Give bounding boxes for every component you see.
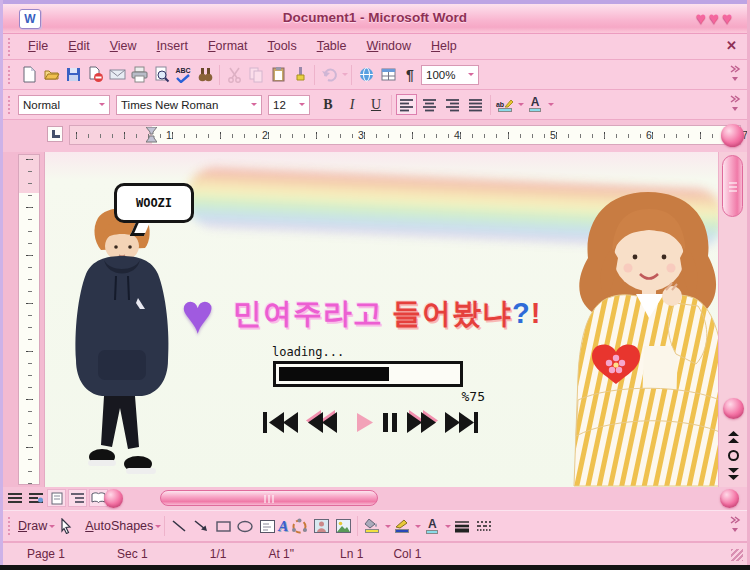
text-box-icon[interactable] <box>256 515 278 537</box>
outline-view-icon[interactable] <box>68 489 87 507</box>
web-layout-view-icon[interactable] <box>26 489 45 507</box>
vertical-scrollbar[interactable] <box>718 152 747 487</box>
undo-icon[interactable] <box>318 64 340 86</box>
print-layout-view-icon[interactable] <box>47 489 66 507</box>
font-color-dropdown-icon[interactable] <box>548 103 554 109</box>
undo-dropdown-icon[interactable] <box>342 73 348 79</box>
research-icon[interactable] <box>194 64 216 86</box>
menu-help[interactable]: Help <box>421 34 467 59</box>
select-objects-icon[interactable] <box>55 515 77 537</box>
align-right-button[interactable] <box>442 94 463 115</box>
bold-button[interactable]: B <box>316 97 340 113</box>
permission-icon[interactable] <box>84 64 106 86</box>
toolbar-grip[interactable] <box>8 517 10 535</box>
dash-style-icon[interactable] <box>473 515 495 537</box>
heading-question-mark: ? <box>512 297 531 329</box>
autoshapes-menu-button[interactable]: AutoShapes <box>85 519 153 533</box>
rectangle-icon[interactable] <box>212 515 234 537</box>
tables-and-borders-icon[interactable] <box>377 64 399 86</box>
underline-button[interactable]: U <box>364 97 388 113</box>
vertical-ruler <box>18 154 40 485</box>
menu-view[interactable]: View <box>100 34 147 59</box>
menu-bar: File Edit View Insert Format Tools Table… <box>3 34 747 60</box>
toolbar-options-chevron-icon[interactable] <box>729 64 741 86</box>
indent-marker[interactable] <box>146 127 157 148</box>
new-document-icon[interactable] <box>18 64 40 86</box>
toolbar-separator <box>357 516 358 536</box>
clip-art-icon[interactable] <box>310 515 332 537</box>
toolbar-grip[interactable] <box>8 38 10 56</box>
browse-previous-icon[interactable] <box>726 430 740 444</box>
align-left-button[interactable] <box>396 94 417 115</box>
tab-selector[interactable] <box>47 126 63 142</box>
menu-format[interactable]: Format <box>198 34 258 59</box>
wordart-icon[interactable]: A <box>278 518 288 535</box>
toolbar-options-chevron-icon[interactable] <box>729 94 741 116</box>
menu-edit[interactable]: Edit <box>58 34 100 59</box>
font-color-icon[interactable]: A <box>524 94 546 116</box>
format-painter-icon[interactable] <box>289 64 311 86</box>
window-frame-left <box>0 0 3 570</box>
font-combo[interactable]: Times New Roman <box>116 95 262 115</box>
window-controls-hearts-icon[interactable]: ♥♥♥ <box>696 9 735 29</box>
play-icon <box>357 413 373 432</box>
print-icon[interactable] <box>128 64 150 86</box>
line-style-icon[interactable] <box>451 515 473 537</box>
scroll-right-button[interactable] <box>720 489 739 508</box>
font-size-combo[interactable]: 12 <box>268 95 310 115</box>
status-page-of: 1/1 <box>210 547 227 561</box>
vertical-scrollbar-thumb[interactable] <box>722 155 743 217</box>
show-hide-formatting-icon[interactable]: ¶ <box>399 64 421 86</box>
zoom-combo[interactable]: 100% <box>421 65 479 85</box>
justify-button[interactable] <box>465 94 486 115</box>
arrow-icon[interactable] <box>190 515 212 537</box>
toolbar-separator <box>391 95 392 115</box>
resize-grip-icon[interactable] <box>731 549 743 561</box>
menu-table[interactable]: Table <box>307 34 357 59</box>
open-icon[interactable] <box>40 64 62 86</box>
menu-tools[interactable]: Tools <box>257 34 306 59</box>
menu-file[interactable]: File <box>18 34 58 59</box>
font-color-icon[interactable]: A <box>421 515 443 537</box>
browse-next-icon[interactable] <box>726 467 740 481</box>
normal-view-icon[interactable] <box>5 489 24 507</box>
toolbar-options-chevron-icon[interactable] <box>729 515 741 537</box>
paste-icon[interactable] <box>267 64 289 86</box>
italic-button[interactable]: I <box>340 97 364 113</box>
park-bo-young-photo <box>548 186 721 487</box>
save-icon[interactable] <box>62 64 84 86</box>
insert-hyperlink-icon[interactable] <box>355 64 377 86</box>
toolbar-separator <box>490 95 491 115</box>
document-page[interactable]: WOOZI ♥ 민여주라고 들어봤냐?! loading... %75 <box>44 152 721 487</box>
copy-icon[interactable] <box>245 64 267 86</box>
picture-icon[interactable] <box>332 515 354 537</box>
select-browse-object-icon[interactable] <box>726 449 740 462</box>
oval-icon[interactable] <box>234 515 256 537</box>
status-section: Sec 1 <box>117 547 148 561</box>
scroll-down-button[interactable] <box>723 398 744 419</box>
draw-menu-button[interactable]: Draw <box>18 519 47 533</box>
cut-icon[interactable] <box>223 64 245 86</box>
fill-color-icon[interactable] <box>361 515 383 537</box>
print-preview-icon[interactable] <box>150 64 172 86</box>
line-color-icon[interactable] <box>391 515 413 537</box>
style-combo[interactable]: Normal <box>18 95 110 115</box>
menu-window[interactable]: Window <box>357 34 421 59</box>
spelling-grammar-icon[interactable]: ABC <box>172 64 194 86</box>
highlight-icon[interactable]: ab <box>494 94 516 116</box>
center-button[interactable] <box>419 94 440 115</box>
close-icon[interactable]: ✕ <box>726 38 737 53</box>
diagram-icon[interactable] <box>288 515 310 537</box>
scroll-up-button[interactable] <box>721 124 744 147</box>
line-icon[interactable] <box>168 515 190 537</box>
style-value: Normal <box>23 99 60 111</box>
scroll-left-button[interactable] <box>104 489 123 508</box>
style-dropdown-icon <box>99 103 105 109</box>
toolbar-grip[interactable] <box>8 96 10 114</box>
email-icon[interactable] <box>106 64 128 86</box>
menu-insert[interactable]: Insert <box>147 34 198 59</box>
horizontal-scrollbar-thumb[interactable] <box>160 490 378 506</box>
purple-heart-emoji: ♥ <box>181 286 214 342</box>
toolbar-grip[interactable] <box>8 66 10 84</box>
toolbar-separator <box>164 516 165 536</box>
